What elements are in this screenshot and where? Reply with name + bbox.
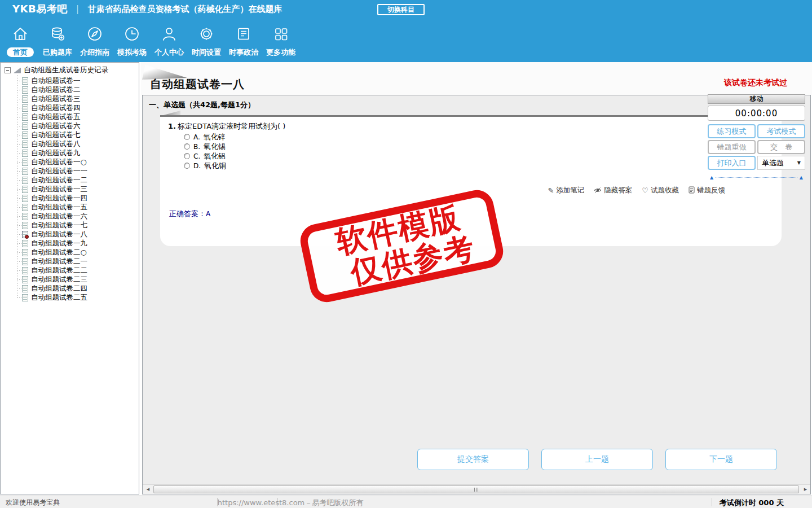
document-icon	[22, 141, 28, 148]
add-note-link[interactable]: ✎ 添加笔记	[548, 186, 584, 195]
toolbar-item-more-functions[interactable]: 更多功能	[265, 18, 297, 62]
tree-item-paper[interactable]: 自动组题试卷一六	[1, 212, 139, 221]
home-icon	[12, 18, 29, 45]
radio-button[interactable]	[184, 163, 190, 169]
scrollbar-thumb[interactable]	[153, 485, 799, 493]
document-icon	[22, 267, 28, 274]
tree-item-paper[interactable]: 自动组题试卷二	[1, 85, 139, 94]
scroll-right-arrow-icon[interactable]: ▶	[801, 485, 810, 494]
compass-icon	[86, 18, 103, 45]
question-number: 1.	[168, 122, 176, 130]
toolbar-item-intro-guide[interactable]: 介绍指南	[79, 18, 111, 62]
tree-item-paper[interactable]: 自动组题试卷二二	[1, 266, 139, 275]
document-icon	[22, 249, 28, 256]
question-nav-buttons: 提交答案 上一题 下一题	[417, 449, 777, 470]
question-card: 1.标定EDTA滴定液时常用试剂为( ) A. 氧化锌 B. 氧化锡 C. 氧化…	[160, 115, 782, 246]
titlebar-divider: ｜	[73, 3, 82, 15]
main-toolbar: 首页 已购题库 介绍指南 模拟考场 个人中心 时间设置 时事政治 更多功能	[0, 18, 812, 62]
mode-button[interactable]: 打印入口	[708, 156, 756, 170]
mode-button[interactable]: 错题重做	[708, 140, 756, 154]
tree-item-paper[interactable]: 自动组题试卷一五	[1, 203, 139, 212]
tree-item-paper[interactable]: 自动组题试卷八	[1, 139, 139, 148]
submit-answer-button[interactable]: 提交答案	[417, 449, 529, 470]
status-bar: 欢迎使用易考宝典 https://www.etest8.com－易考吧版权所有 …	[0, 496, 812, 508]
tree-item-paper[interactable]: 自动组题试卷九	[1, 148, 139, 157]
tree-item-paper[interactable]: 自动组题试卷一七	[1, 221, 139, 230]
question-list-scroller[interactable]: ▲ ▲	[708, 175, 805, 181]
exam-status-note: 该试卷还未考试过	[724, 78, 787, 88]
tree-item-paper[interactable]: 自动组题试卷一	[1, 76, 139, 85]
tree-collapse-icon[interactable]	[5, 67, 11, 73]
mode-button[interactable]: 练习模式	[708, 124, 756, 138]
document-icon	[22, 113, 28, 121]
tree-item-paper[interactable]: 自动组题试卷一八	[1, 230, 139, 239]
tree-item-paper[interactable]: 自动组题试卷一○	[1, 157, 139, 167]
tree-item-paper[interactable]: 自动组题试卷二三	[1, 275, 139, 284]
horizontal-scrollbar[interactable]: ◀ ▶	[143, 484, 810, 494]
radio-button[interactable]	[184, 134, 190, 140]
grid-icon	[272, 18, 289, 45]
panel-drag-handle[interactable]: 移动	[708, 94, 805, 104]
radio-button[interactable]	[184, 143, 190, 150]
eye-off-icon	[594, 187, 602, 195]
toolbar-item-time-settings[interactable]: 时间设置	[191, 18, 222, 62]
feedback-icon	[689, 186, 695, 195]
answer-option[interactable]: B. 氧化锡	[184, 142, 226, 151]
tree-item-paper[interactable]: 自动组题试卷一九	[1, 239, 139, 248]
document-icon	[22, 186, 28, 193]
toolbar-item-user-center[interactable]: 个人中心	[153, 18, 185, 62]
answer-option[interactable]: A. 氧化锌	[184, 132, 226, 142]
document-icon	[22, 95, 28, 103]
question-tools-row: ✎ 添加笔记 隐藏答案 ♡ 试题收藏 错题反馈	[548, 186, 725, 195]
history-tree-panel: 自动组题生成试卷历史记录 自动组题试卷一 自动组题试卷二 自动组题试卷三 自动组…	[0, 62, 139, 494]
folder-icon	[14, 68, 21, 73]
tree-item-paper[interactable]: 自动组题试卷一二	[1, 176, 139, 185]
mode-button[interactable]: 交 卷	[757, 140, 805, 154]
question-type-dropdown[interactable]: 单选题 ▼	[757, 156, 805, 170]
answer-option[interactable]: C. 氧化铝	[184, 151, 226, 161]
scroll-up-icon-left[interactable]: ▲	[710, 175, 713, 181]
tree-item-paper[interactable]: 自动组题试卷二○	[1, 248, 139, 257]
tree-item-paper[interactable]: 自动组题试卷一三	[1, 185, 139, 194]
document-icon	[22, 258, 28, 265]
news-icon	[235, 18, 252, 45]
welcome-text: 欢迎使用易考宝典	[6, 498, 60, 507]
content-header: 自动组题试卷一八 该试卷还未考试过	[141, 62, 812, 95]
tree-root-node[interactable]: 自动组题生成试卷历史记录	[1, 63, 139, 75]
hide-answer-link[interactable]: 隐藏答案	[594, 186, 632, 195]
scroll-left-arrow-icon[interactable]: ◀	[143, 485, 153, 494]
tree-item-paper[interactable]: 自动组题试卷一四	[1, 194, 139, 203]
scroll-up-icon-right[interactable]: ▲	[800, 175, 803, 181]
radio-button[interactable]	[184, 153, 190, 159]
tree-item-paper[interactable]: 自动组题试卷六	[1, 121, 139, 130]
pencil-icon: ✎	[548, 187, 554, 194]
tree-item-paper[interactable]: 自动组题试卷二四	[1, 284, 139, 293]
next-question-button[interactable]: 下一题	[665, 449, 777, 470]
mode-button[interactable]: 考试模式	[757, 124, 805, 138]
tree-item-paper[interactable]: 自动组题试卷四	[1, 103, 139, 112]
tree-item-paper[interactable]: 自动组题试卷五	[1, 112, 139, 121]
favorite-question-link[interactable]: ♡ 试题收藏	[642, 186, 679, 195]
database-icon	[49, 18, 66, 45]
toolbar-item-home[interactable]: 首页	[5, 18, 36, 62]
tree-item-paper[interactable]: 自动组题试卷二五	[1, 293, 139, 302]
answer-option[interactable]: D. 氧化铜	[184, 161, 226, 170]
option-list: A. 氧化锌 B. 氧化锡 C. 氧化铝 D. 氧化铜	[184, 132, 226, 170]
tree-item-paper[interactable]: 自动组题试卷二一	[1, 257, 139, 266]
clock-icon	[123, 18, 140, 45]
tree-item-list: 自动组题试卷一 自动组题试卷二 自动组题试卷三 自动组题试卷四 自动组题试卷五 …	[1, 76, 139, 302]
document-icon	[22, 104, 28, 112]
tree-item-paper[interactable]: 自动组题试卷一一	[1, 167, 139, 176]
toolbar-item-purchased-banks[interactable]: 已购题库	[42, 18, 73, 62]
document-icon	[22, 122, 28, 130]
exam-countdown: 考试倒计时 000 天	[720, 498, 784, 508]
toolbar-item-mock-exam[interactable]: 模拟考场	[116, 18, 148, 62]
elapsed-timer: 00:00:00	[708, 106, 805, 121]
correct-answer: 正确答案：A	[169, 209, 210, 219]
tree-item-paper[interactable]: 自动组题试卷七	[1, 130, 139, 139]
tree-item-paper[interactable]: 自动组题试卷三	[1, 94, 139, 103]
error-feedback-link[interactable]: 错题反馈	[689, 186, 725, 195]
switch-subject-button[interactable]: 切换科目	[377, 4, 425, 15]
prev-question-button[interactable]: 上一题	[541, 449, 653, 470]
toolbar-item-current-affairs[interactable]: 时事政治	[228, 18, 259, 62]
